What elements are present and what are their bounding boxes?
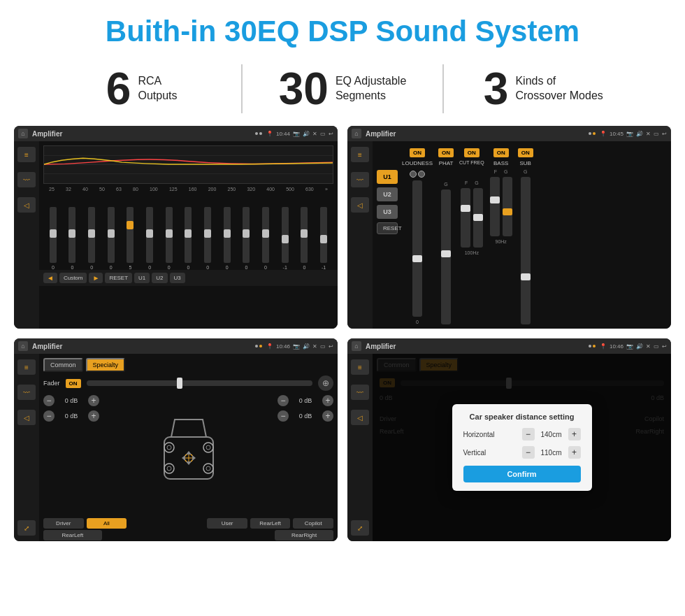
- wave-icon-cx[interactable]: 〰: [351, 172, 369, 187]
- eq-track-2[interactable]: [88, 207, 95, 263]
- eq-track-0[interactable]: [50, 207, 57, 263]
- cx-phat-on[interactable]: ON: [438, 148, 454, 157]
- eq-thumb-5[interactable]: [146, 229, 153, 238]
- cx-bass-on[interactable]: ON: [493, 148, 509, 157]
- sp-rearleft-btn[interactable]: RearLeft: [250, 518, 291, 529]
- eq-thumb-0[interactable]: [50, 229, 57, 238]
- speaker-icon-cx[interactable]: ◁: [351, 197, 369, 213]
- eq-u2-btn[interactable]: U2: [152, 273, 167, 283]
- eq-thumb-13[interactable]: [301, 229, 308, 238]
- sp-minus-3[interactable]: −: [277, 395, 289, 406]
- eq-track-13[interactable]: [301, 207, 308, 263]
- cx-bass-thumb-g[interactable]: [503, 208, 512, 215]
- sp-fader-on[interactable]: ON: [66, 379, 81, 388]
- eq-track-11[interactable]: [262, 207, 269, 263]
- cx-loudness-thumb[interactable]: [412, 255, 422, 262]
- eq-icon-dlg[interactable]: ≡: [351, 359, 369, 375]
- eq-expand-icon[interactable]: »: [325, 187, 328, 192]
- eq-thumb-9[interactable]: [224, 229, 231, 238]
- speaker-icon-dlg[interactable]: ◁: [351, 410, 369, 425]
- sp-tab-specialty[interactable]: Specialty: [86, 358, 126, 372]
- sp-plus-3[interactable]: +: [322, 395, 333, 406]
- cx-knob-2[interactable]: [418, 171, 425, 178]
- eq-thumb-7[interactable]: [185, 229, 192, 238]
- eq-track-8[interactable]: [204, 207, 211, 263]
- cx-loudness-slider[interactable]: [412, 180, 422, 317]
- eq-thumb-1[interactable]: [68, 229, 75, 238]
- eq-icon[interactable]: ≡: [17, 147, 36, 162]
- wave-icon-dlg[interactable]: 〰: [351, 385, 369, 400]
- expand-icon-sp[interactable]: ⤢: [17, 520, 36, 536]
- expand-icon-dlg[interactable]: ⤢: [351, 520, 369, 536]
- cx-cutfreq-thumb-f[interactable]: [461, 205, 470, 212]
- eq-track-12[interactable]: [282, 207, 289, 263]
- sp-tab-common[interactable]: Common: [43, 358, 83, 372]
- eq-thumb-3[interactable]: [108, 229, 115, 238]
- eq-track-7[interactable]: [185, 207, 192, 263]
- dialog-vertical-minus[interactable]: −: [522, 446, 535, 459]
- sp-plus-4[interactable]: +: [322, 410, 333, 422]
- cx-phat-thumb[interactable]: [441, 250, 451, 257]
- eq-thumb-4[interactable]: [127, 221, 134, 229]
- home-icon-dlg[interactable]: ⌂: [352, 341, 361, 351]
- eq-custom-btn[interactable]: Custom: [59, 273, 87, 283]
- eq-thumb-10[interactable]: [243, 229, 250, 238]
- cx-bass-slider-f[interactable]: [490, 177, 500, 236]
- sp-driver-btn[interactable]: Driver: [43, 518, 84, 529]
- eq-prev-btn[interactable]: ◄: [43, 273, 57, 283]
- cx-u3-btn[interactable]: U3: [377, 205, 398, 219]
- sp-fader-knob[interactable]: ⊕: [318, 375, 333, 391]
- cx-cutfreq-slider-f[interactable]: [461, 188, 470, 248]
- cx-bass-slider-g[interactable]: [503, 177, 512, 236]
- eq-track-1[interactable]: [68, 207, 75, 263]
- sp-rearleft2-btn[interactable]: RearLeft: [43, 530, 102, 540]
- eq-thumb-11[interactable]: [262, 229, 269, 238]
- cx-cutfreq-on[interactable]: ON: [464, 148, 480, 157]
- sp-minus-4[interactable]: −: [277, 410, 289, 422]
- wave-icon[interactable]: 〰: [17, 172, 36, 187]
- eq-thumb-2[interactable]: [88, 229, 95, 238]
- dialog-vertical-plus[interactable]: +: [568, 446, 581, 459]
- sp-minus-1[interactable]: −: [43, 395, 55, 406]
- speaker-icon[interactable]: ◁: [17, 197, 36, 213]
- eq-u3-btn[interactable]: U3: [170, 273, 185, 283]
- cx-knob-1[interactable]: [410, 171, 417, 178]
- eq-track-4[interactable]: [127, 207, 134, 263]
- eq-track-3[interactable]: [108, 207, 115, 263]
- eq-thumb-8[interactable]: [204, 229, 211, 238]
- eq-play-btn[interactable]: ►: [89, 273, 103, 283]
- sp-minus-2[interactable]: −: [43, 410, 55, 422]
- sp-fader-track[interactable]: [87, 380, 312, 386]
- cx-u2-btn[interactable]: U2: [377, 187, 398, 201]
- cx-cutfreq-thumb-g[interactable]: [473, 214, 483, 221]
- cx-u1-btn[interactable]: U1: [377, 170, 398, 184]
- eq-track-6[interactable]: [166, 207, 173, 263]
- eq-icon-cx[interactable]: ≡: [351, 147, 369, 162]
- eq-reset-btn[interactable]: RESET: [105, 273, 132, 283]
- sp-user-btn[interactable]: User: [207, 518, 247, 529]
- wave-icon-sp[interactable]: 〰: [17, 385, 36, 400]
- home-icon-cx[interactable]: ⌂: [352, 129, 361, 138]
- eq-thumb-12[interactable]: [282, 235, 289, 243]
- speaker-icon-sp[interactable]: ◁: [17, 410, 36, 425]
- home-icon[interactable]: ⌂: [18, 129, 28, 138]
- eq-track-14[interactable]: [320, 207, 327, 263]
- sp-rearright-btn[interactable]: RearRight: [275, 530, 333, 540]
- eq-u1-btn[interactable]: U1: [134, 273, 150, 283]
- cx-reset-btn[interactable]: RESET: [377, 222, 398, 234]
- cx-cutfreq-slider-g[interactable]: [473, 188, 483, 248]
- eq-thumb-6[interactable]: [166, 229, 173, 238]
- cx-sub-on[interactable]: ON: [518, 148, 533, 157]
- sp-all-btn[interactable]: All: [87, 518, 127, 529]
- eq-track-10[interactable]: [243, 207, 250, 263]
- sp-plus-2[interactable]: +: [88, 410, 99, 422]
- cx-bass-thumb-f[interactable]: [490, 196, 500, 203]
- cx-phat-slider[interactable]: [441, 189, 451, 324]
- sp-copilot-btn[interactable]: Copilot: [293, 518, 333, 529]
- cx-sub-slider[interactable]: [521, 177, 531, 324]
- home-icon-sp[interactable]: ⌂: [18, 341, 28, 351]
- eq-track-5[interactable]: [146, 207, 153, 263]
- cx-sub-thumb[interactable]: [521, 273, 531, 280]
- dialog-confirm-button[interactable]: Confirm: [463, 466, 581, 482]
- eq-thumb-14[interactable]: [320, 235, 327, 243]
